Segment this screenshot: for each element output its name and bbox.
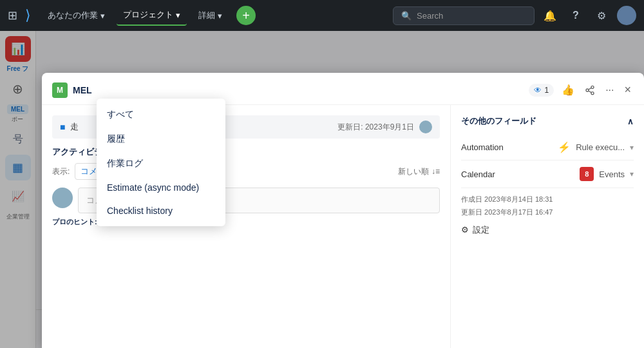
calendar-chevron-icon[interactable]: ▾ bbox=[630, 169, 634, 179]
lightning-icon: ⚡ bbox=[558, 141, 571, 153]
display-label: 表示: bbox=[52, 166, 70, 177]
sort-button[interactable]: 新しい順 ↓≡ bbox=[398, 166, 440, 177]
dropdown-item-estimate[interactable]: Estimate (async mode) bbox=[97, 176, 225, 199]
modal-title: MEL bbox=[73, 85, 524, 95]
nav-item-your-work[interactable]: あなたの作業 ▾ bbox=[41, 6, 111, 25]
main-area: 📊 Free フ ⊕ MEL ボー 号 ▦ 📈 企業管理 詳細 R MEL-2 bbox=[0, 31, 644, 348]
like-button[interactable]: 👍 bbox=[559, 81, 577, 99]
share-button[interactable] bbox=[582, 82, 598, 98]
modal-header-icon: M bbox=[52, 82, 68, 98]
confluence-icon: ■ bbox=[60, 122, 65, 132]
modal-actions: 👁 1 👍 ··· × bbox=[529, 81, 634, 99]
dropdown-item-history[interactable]: 履歴 bbox=[97, 127, 225, 151]
calendar-badge: 8 bbox=[580, 167, 594, 181]
search-icon: 🔍 bbox=[401, 11, 412, 21]
sort-icon: ↓≡ bbox=[431, 167, 440, 176]
svg-line-3 bbox=[589, 91, 592, 93]
meta-dates: 作成日 2023年8月14日 18:31 更新日 2023年8月17日 16:4… bbox=[461, 193, 634, 219]
top-navigation: ⊞ ⟩ あなたの作業 ▾ プロジェクト ▾ 詳細 ▾ + 🔍 Search 🔔 … bbox=[0, 0, 644, 31]
logo-icon[interactable]: ⟩ bbox=[25, 7, 31, 24]
settings-button[interactable]: ⚙ bbox=[591, 5, 612, 26]
nav-item-projects[interactable]: プロジェクト ▾ bbox=[117, 5, 187, 26]
dropdown-item-checklist[interactable]: Checklist history bbox=[97, 199, 225, 222]
help-button[interactable]: ? bbox=[565, 5, 586, 26]
svg-point-2 bbox=[591, 92, 594, 94]
dropdown-item-worklog[interactable]: 作業ログ bbox=[97, 151, 225, 176]
eye-icon: 👁 bbox=[534, 86, 542, 95]
create-button[interactable]: + bbox=[236, 6, 256, 25]
automation-value: Rule execu... bbox=[576, 142, 625, 152]
modal-right-panel: その他のフィールド ∧ Automation ⚡ Rule execu... ▾… bbox=[451, 105, 644, 348]
svg-point-0 bbox=[591, 86, 594, 88]
collapse-icon[interactable]: ∧ bbox=[627, 117, 634, 126]
svg-point-1 bbox=[586, 89, 589, 92]
updated-date: 更新日 2023年8月17日 16:47 bbox=[461, 206, 634, 219]
more-button[interactable]: ··· bbox=[603, 82, 616, 99]
right-section-title: その他のフィールド ∧ bbox=[461, 115, 634, 127]
created-date: 作成日 2023年8月14日 18:31 bbox=[461, 193, 634, 206]
settings-row[interactable]: ⚙ 設定 bbox=[461, 224, 634, 236]
search-bar[interactable]: 🔍 Search bbox=[393, 6, 535, 25]
comment-avatar bbox=[52, 188, 73, 208]
confluence-avatar bbox=[419, 121, 432, 133]
nav-item-detail[interactable]: 詳細 ▾ bbox=[192, 6, 229, 25]
automation-label: Automation bbox=[461, 142, 553, 152]
automation-field-row[interactable]: Automation ⚡ Rule execu... ▾ bbox=[461, 135, 634, 160]
dropdown-menu: すべて 履歴 作業ログ Estimate (async mode) Checkl… bbox=[97, 99, 225, 226]
svg-line-4 bbox=[589, 88, 592, 90]
calendar-label: Calendar bbox=[461, 169, 574, 179]
confluence-date: 更新日: 2023年9月1日 bbox=[337, 122, 414, 133]
gear-icon: ⚙ bbox=[461, 225, 469, 235]
grid-icon[interactable]: ⊞ bbox=[8, 8, 17, 23]
calendar-value: Events bbox=[599, 169, 625, 179]
search-placeholder: Search bbox=[417, 11, 443, 21]
settings-label: 設定 bbox=[473, 224, 489, 236]
dropdown-item-all[interactable]: すべて bbox=[97, 102, 225, 127]
user-avatar[interactable] bbox=[617, 6, 636, 25]
calendar-field-row[interactable]: Calendar 8 Events ▾ bbox=[461, 160, 634, 188]
automation-chevron-icon[interactable]: ▾ bbox=[630, 143, 634, 152]
notifications-button[interactable]: 🔔 bbox=[540, 5, 560, 26]
watch-badge[interactable]: 👁 1 bbox=[529, 84, 554, 97]
close-button[interactable]: × bbox=[621, 81, 634, 99]
